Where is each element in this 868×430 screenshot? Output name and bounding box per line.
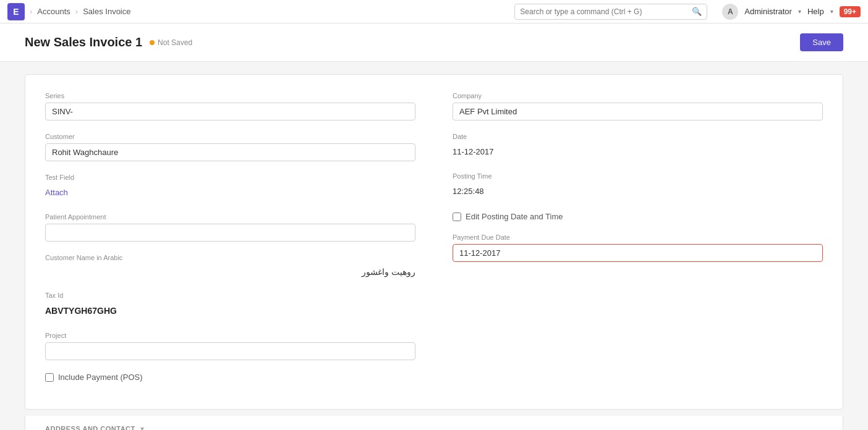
attach-link[interactable]: Attach	[45, 188, 68, 197]
posting-time-group: Posting Time 12:25:48	[453, 172, 823, 200]
tax-id-group: Tax Id ABVTYGH67GHG	[45, 292, 415, 319]
admin-chevron-icon: ▾	[798, 8, 801, 15]
customer-arabic-value: روهيت واغشور	[45, 264, 415, 279]
breadcrumb-sep-2: ›	[75, 7, 78, 16]
status-badge: Not Saved	[150, 38, 192, 47]
edit-posting-checkbox[interactable]	[453, 213, 461, 221]
customer-label: Customer	[45, 133, 415, 140]
company-input[interactable]	[453, 103, 823, 120]
search-icon: 🔍	[692, 7, 702, 16]
patient-appt-label: Patient Appointment	[45, 213, 415, 221]
company-label: Company	[453, 92, 823, 99]
right-column: Company Date 11-12-2017 Posting Time 12:…	[453, 92, 823, 392]
series-input[interactable]	[45, 103, 415, 120]
include-payment-group: Include Payment (POS)	[45, 373, 415, 382]
help-chevron-icon: ▾	[830, 8, 833, 15]
topnav: E › Accounts › Sales Invoice 🔍 A Adminis…	[0, 0, 868, 23]
address-section-label: ADDRESS AND CONTACT	[45, 425, 135, 430]
edit-posting-group: Edit Posting Date and Time	[453, 212, 823, 221]
tax-id-value: ABVTYGH67GHG	[45, 302, 415, 319]
date-label: Date	[453, 133, 823, 140]
customer-group: Customer	[45, 133, 415, 161]
project-label: Project	[45, 332, 415, 339]
address-section-header[interactable]: ADDRESS AND CONTACT ▾	[25, 416, 843, 430]
patient-appt-group: Patient Appointment	[45, 213, 415, 242]
page-title: New Sales Invoice 1	[25, 35, 142, 49]
tax-id-label: Tax Id	[45, 292, 415, 299]
notification-badge[interactable]: 99+	[840, 6, 861, 17]
date-group: Date 11-12-2017	[453, 133, 823, 160]
company-group: Company	[453, 92, 823, 120]
breadcrumb-accounts[interactable]: Accounts	[37, 7, 70, 16]
status-dot	[150, 40, 155, 45]
app-icon[interactable]: E	[7, 3, 25, 20]
series-group: Series	[45, 92, 415, 120]
nav-right: A Administrator ▾ Help ▾ 99+	[722, 4, 861, 20]
patient-appt-input[interactable]	[45, 224, 415, 242]
save-button[interactable]: Save	[800, 33, 843, 51]
search-input[interactable]	[520, 7, 688, 16]
search-bar[interactable]: 🔍	[514, 4, 707, 20]
edit-posting-label[interactable]: Edit Posting Date and Time	[466, 212, 563, 221]
customer-arabic-group: Customer Name in Arabic روهيت واغشور	[45, 254, 415, 279]
customer-input[interactable]	[45, 143, 415, 161]
project-input[interactable]	[45, 342, 415, 360]
avatar: A	[722, 4, 738, 20]
form-grid: Series Customer Test Field Attach Patien…	[45, 92, 823, 392]
payment-due-input[interactable]	[453, 244, 823, 262]
admin-label[interactable]: Administrator	[744, 7, 792, 16]
breadcrumb-sales-invoice[interactable]: Sales Invoice	[83, 7, 130, 16]
page-header: New Sales Invoice 1 Not Saved Save	[0, 23, 868, 62]
include-payment-label[interactable]: Include Payment (POS)	[58, 373, 143, 382]
customer-arabic-label: Customer Name in Arabic	[45, 254, 415, 261]
series-label: Series	[45, 92, 415, 99]
status-text: Not Saved	[158, 38, 192, 47]
main-content: Series Customer Test Field Attach Patien…	[0, 62, 868, 430]
date-value: 11-12-2017	[453, 143, 823, 160]
left-column: Series Customer Test Field Attach Patien…	[45, 92, 415, 392]
posting-time-value: 12:25:48	[453, 183, 823, 200]
posting-time-label: Posting Time	[453, 172, 823, 180]
help-label[interactable]: Help	[807, 7, 824, 16]
payment-due-label: Payment Due Date	[453, 234, 823, 241]
breadcrumb-sep-1: ›	[30, 7, 32, 16]
project-group: Project	[45, 332, 415, 360]
payment-due-group: Payment Due Date	[453, 234, 823, 262]
include-payment-checkbox[interactable]	[45, 373, 54, 382]
address-chevron-icon: ▾	[140, 424, 144, 430]
test-field-group: Test Field Attach	[45, 174, 415, 201]
test-field-label: Test Field	[45, 174, 415, 181]
test-field-value: Attach	[45, 184, 415, 201]
form-card: Series Customer Test Field Attach Patien…	[25, 74, 843, 410]
